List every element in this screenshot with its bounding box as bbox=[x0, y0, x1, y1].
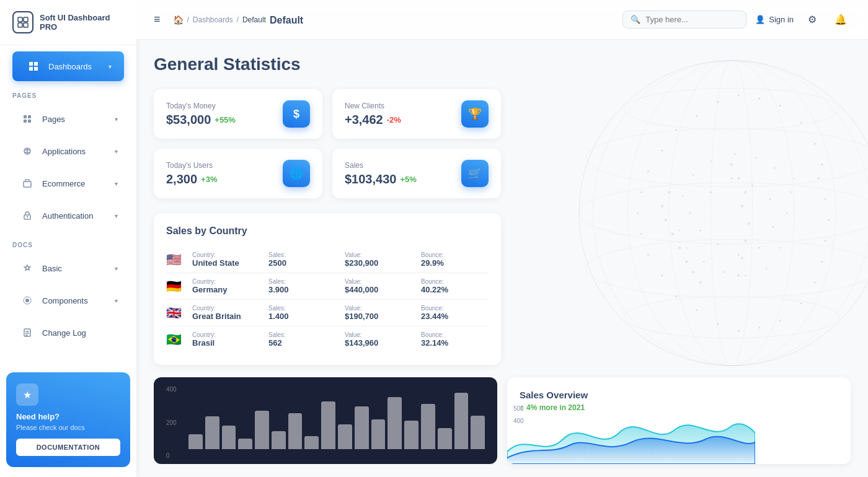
svg-point-35 bbox=[758, 98, 760, 100]
svg-point-37 bbox=[800, 122, 802, 124]
svg-point-43 bbox=[637, 212, 639, 214]
signin-label: Sign in bbox=[769, 15, 794, 24]
svg-point-70 bbox=[793, 178, 795, 180]
svg-point-31 bbox=[675, 129, 677, 131]
page-area: General Statistics Today's Money $53,000… bbox=[136, 40, 868, 477]
users-label: Today's Users bbox=[166, 161, 217, 170]
svg-rect-4 bbox=[24, 115, 27, 118]
svg-point-85 bbox=[790, 191, 792, 193]
user-icon: 👤 bbox=[755, 15, 765, 24]
search-input[interactable] bbox=[645, 15, 738, 24]
sidebar-item-dashboards[interactable]: Dashboards ▾ bbox=[12, 51, 124, 81]
svg-point-71 bbox=[786, 212, 788, 214]
pages-label: Pages bbox=[42, 115, 108, 124]
svg-point-29 bbox=[627, 61, 836, 366]
flag-us: 🇺🇸 bbox=[166, 252, 184, 267]
bar-14 bbox=[404, 421, 418, 449]
bar-11 bbox=[355, 406, 369, 449]
settings-icon: ⚙ bbox=[808, 14, 817, 25]
country-row-br: 🇧🇷 Country: Brasil Sales: 562 Value: $14… bbox=[166, 326, 489, 352]
svg-point-97 bbox=[741, 205, 743, 208]
clients-icon-box: 🏆 bbox=[461, 100, 489, 128]
docs-section-label: DOCS bbox=[0, 232, 136, 252]
svg-point-51 bbox=[758, 326, 760, 328]
notifications-button[interactable]: 🔔 bbox=[831, 10, 851, 30]
svg-point-33 bbox=[717, 101, 719, 103]
svg-point-56 bbox=[825, 240, 826, 242]
sales-change: +5% bbox=[400, 175, 416, 184]
current-page: Default bbox=[270, 15, 303, 26]
svg-point-54 bbox=[814, 281, 816, 283]
svg-point-81 bbox=[710, 160, 712, 162]
bar-15 bbox=[421, 404, 435, 449]
sales-info: Sales $103,430 +5% bbox=[345, 161, 417, 186]
country-col-us: Country: United State bbox=[192, 252, 260, 268]
dashboards-chevron: ▾ bbox=[108, 63, 112, 70]
svg-point-53 bbox=[800, 302, 802, 304]
documentation-button[interactable]: DOCUMENTATION bbox=[16, 439, 120, 456]
applications-chevron: ▾ bbox=[115, 148, 118, 155]
trophy-icon: 🏆 bbox=[468, 107, 482, 121]
svg-point-99 bbox=[744, 240, 746, 242]
topnav-right: 🔍 👤 Sign in ⚙ 🔔 bbox=[622, 10, 851, 30]
svg-point-46 bbox=[661, 274, 663, 276]
svg-point-89 bbox=[671, 232, 674, 235]
bar-18 bbox=[471, 416, 485, 449]
svg-point-98 bbox=[748, 222, 750, 225]
svg-point-86 bbox=[668, 191, 670, 193]
svg-point-45 bbox=[647, 254, 649, 256]
svg-point-101 bbox=[737, 274, 740, 277]
svg-point-73 bbox=[766, 268, 768, 269]
flag-gb: 🇬🇧 bbox=[166, 305, 184, 320]
ecommerce-chevron: ▾ bbox=[115, 180, 118, 187]
sidebar-item-applications[interactable]: Applications ▾ bbox=[6, 136, 130, 166]
logo-icon bbox=[12, 11, 33, 33]
svg-point-78 bbox=[679, 230, 681, 232]
breadcrumb-dashboards[interactable]: Dashboards bbox=[193, 15, 233, 24]
svg-rect-3 bbox=[24, 23, 28, 27]
signin-button[interactable]: 👤 Sign in bbox=[755, 15, 794, 24]
value-col-us: Value: $230,900 bbox=[345, 252, 412, 268]
svg-point-14 bbox=[27, 216, 28, 217]
svg-point-22 bbox=[624, 88, 839, 129]
breadcrumb-sep1: / bbox=[187, 15, 189, 24]
applications-label: Applications bbox=[42, 147, 108, 156]
svg-point-28 bbox=[669, 61, 794, 366]
svg-rect-6 bbox=[24, 120, 27, 123]
country-row-de: 🇩🇪 Country: Germany Sales: 3.900 Value: … bbox=[166, 273, 489, 300]
clients-info: New Clients +3,462 -2% bbox=[345, 102, 401, 127]
svg-point-25 bbox=[586, 240, 868, 298]
svg-point-63 bbox=[751, 185, 753, 186]
stat-card-clients: New Clients +3,462 -2% 🏆 bbox=[332, 89, 501, 139]
topnav: ≡ 🏠 / Dashboards / Default Default 🔍 👤 S… bbox=[136, 0, 868, 40]
hamburger-icon[interactable]: ≡ bbox=[154, 13, 161, 26]
help-star-icon: ★ bbox=[16, 383, 38, 406]
svg-point-67 bbox=[738, 254, 740, 256]
country-section: Sales by Country 🇺🇸 Country: United Stat… bbox=[154, 213, 501, 365]
settings-button[interactable]: ⚙ bbox=[802, 10, 822, 30]
money-icon-box: $ bbox=[283, 100, 310, 128]
sidebar-item-pages[interactable]: Pages ▾ bbox=[6, 104, 130, 134]
app-name: Soft UI Dashboard PRO bbox=[40, 13, 124, 32]
svg-point-69 bbox=[699, 229, 701, 231]
bar-1 bbox=[188, 434, 203, 449]
svg-point-95 bbox=[737, 177, 740, 180]
svg-point-55 bbox=[821, 261, 823, 263]
sidebar-item-components[interactable]: Components ▾ bbox=[6, 286, 130, 315]
applications-icon bbox=[19, 142, 36, 160]
clients-value: +3,462 -2% bbox=[345, 113, 401, 127]
y-label-200: 200 bbox=[166, 419, 177, 426]
sales-overview-subtitle: 4% more in 2021 bbox=[526, 403, 585, 412]
sidebar-item-ecommerce[interactable]: Ecommerce ▾ bbox=[6, 168, 130, 198]
sidebar-item-basic[interactable]: Basic ▾ bbox=[6, 253, 130, 283]
bar-17 bbox=[454, 393, 469, 449]
svg-point-39 bbox=[821, 164, 823, 165]
svg-point-64 bbox=[769, 198, 771, 200]
users-value: 2,300 +3% bbox=[166, 172, 217, 186]
components-icon bbox=[19, 292, 36, 309]
money-change: +55% bbox=[215, 115, 236, 125]
svg-point-72 bbox=[779, 247, 781, 249]
sidebar-item-authentication[interactable]: Authentication ▾ bbox=[6, 201, 130, 230]
search-box[interactable]: 🔍 bbox=[622, 11, 746, 28]
sidebar-item-changelog[interactable]: Change Log bbox=[6, 318, 130, 348]
